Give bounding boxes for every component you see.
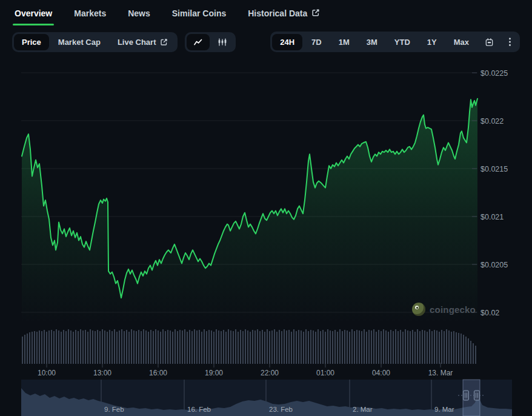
chart-toolbar: Price Market Cap Live Chart <box>12 32 520 52</box>
price-area-fill <box>22 99 477 324</box>
live-chart-link[interactable]: Live Chart <box>110 34 176 50</box>
price-chart[interactable]: $0.0225$0.022$0.0215$0.021$0.0205$0.02 1… <box>0 0 532 416</box>
tab-label: Similar Coins <box>172 8 226 18</box>
range-7d[interactable]: 7D <box>304 34 330 50</box>
line-chart-button[interactable] <box>187 34 210 50</box>
svg-text:$0.021: $0.021 <box>480 213 504 221</box>
tab-news[interactable]: News <box>128 0 150 27</box>
candlestick-chart-button[interactable] <box>211 34 234 50</box>
svg-text:04:00: 04:00 <box>372 369 390 377</box>
tab-historical-data[interactable]: Historical Data <box>248 0 320 27</box>
minimap-selection-handle-left[interactable] <box>464 391 469 400</box>
minimap-date-label: 23. Feb <box>269 406 293 413</box>
minimap-selection-handle-right[interactable] <box>474 391 480 400</box>
chart-type-group <box>185 32 236 52</box>
svg-text:13:00: 13:00 <box>93 369 111 377</box>
minimap[interactable]: 9. Feb16. Feb23. Feb2. Mar9. Mar <box>21 380 512 416</box>
tab-label: Historical Data <box>248 8 307 18</box>
watermark-label: coingecko <box>430 304 476 315</box>
tab-similar-coins[interactable]: Similar Coins <box>172 0 226 27</box>
tab-overview[interactable]: Overview <box>15 0 52 27</box>
minimap-date-label: 16. Feb <box>187 406 211 413</box>
volume-bars <box>22 329 476 364</box>
range-3m[interactable]: 3M <box>359 34 385 50</box>
tab-markets[interactable]: Markets <box>74 0 106 27</box>
svg-text:$0.0215: $0.0215 <box>480 165 508 173</box>
tab-label: News <box>128 8 150 18</box>
svg-text:$0.022: $0.022 <box>480 117 504 126</box>
minimap-date-label: 9. Mar <box>434 406 454 413</box>
range-24h[interactable]: 24H <box>272 34 302 50</box>
svg-text:22:00: 22:00 <box>261 369 279 377</box>
metric-toggle-group: Price Market Cap Live Chart <box>12 32 178 52</box>
minimap-date-label: 2. Mar <box>353 406 373 413</box>
svg-text:10:00: 10:00 <box>38 369 56 377</box>
market-cap-toggle[interactable]: Market Cap <box>50 34 108 50</box>
candlestick-chart-icon <box>218 38 227 47</box>
range-1m[interactable]: 1M <box>331 34 357 50</box>
price-toggle[interactable]: Price <box>14 34 49 50</box>
tab-label: Overview <box>15 8 52 18</box>
tab-bar: Overview Markets News Similar Coins Hist… <box>0 0 532 27</box>
calendar-icon <box>485 38 494 47</box>
svg-text:$0.0205: $0.0205 <box>480 261 508 269</box>
tab-label: Markets <box>74 8 106 18</box>
range-max[interactable]: Max <box>446 34 477 50</box>
line-chart-icon <box>193 38 203 47</box>
svg-text:$0.0225: $0.0225 <box>480 69 508 78</box>
svg-text:01:00: 01:00 <box>316 369 334 377</box>
x-axis-labels: 10:0013:0016:0019:0022:0001:0004:0013. M… <box>38 363 453 377</box>
calendar-button[interactable] <box>478 34 500 50</box>
more-options-button[interactable] <box>502 33 518 50</box>
external-link-icon <box>160 38 168 46</box>
external-link-icon <box>311 8 320 19</box>
range-1y[interactable]: 1Y <box>419 34 445 50</box>
time-range-group: 24H 7D 1M 3M YTD 1Y Max <box>270 32 520 52</box>
svg-text:$0.02: $0.02 <box>480 309 499 317</box>
live-chart-label: Live Chart <box>118 38 156 46</box>
coingecko-watermark: coingecko <box>412 303 476 316</box>
svg-text:16:00: 16:00 <box>149 369 167 377</box>
range-ytd[interactable]: YTD <box>387 34 418 50</box>
svg-text:13. Mar: 13. Mar <box>428 369 453 377</box>
svg-text:19:00: 19:00 <box>205 369 223 377</box>
coingecko-logo-icon <box>412 303 425 316</box>
minimap-date-label: 9. Feb <box>104 406 124 413</box>
kebab-menu-icon <box>508 37 511 47</box>
